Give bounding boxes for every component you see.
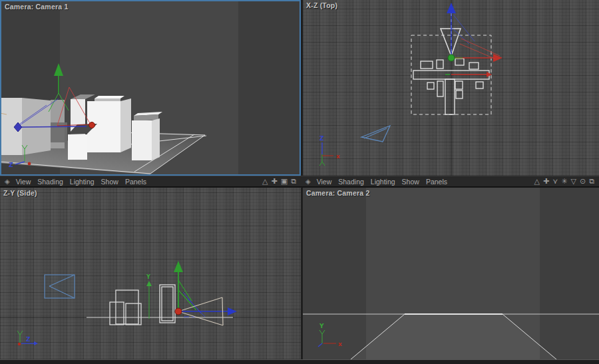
panel-menu-icon[interactable]: ◈ [5,178,10,185]
viewport-side[interactable]: Z-Y (Side) Y [0,187,301,359]
viewport-side-label: Z-Y (Side) [3,189,37,197]
side-scene: Y [0,188,301,359]
circle-dot-icon[interactable]: ⊙ [580,178,586,185]
top-camera-manipulator [441,3,502,77]
svg-text:Z: Z [319,135,324,142]
menu-shading[interactable]: Shading [338,178,364,186]
top-scene: Z x [303,0,599,176]
side-camera2-icon [45,275,75,298]
svg-text:Y: Y [146,274,150,280]
camera1-scene: Z [1,1,300,174]
move-tool-icon[interactable]: ✚ [543,178,549,185]
side-axis-indicator: Z [17,331,38,345]
svg-text:Y: Y [319,323,324,329]
top-camera2-icon [361,126,390,142]
viewport-top-label: X-Z (Top) [306,1,337,9]
menu-panels[interactable]: Panels [426,178,447,186]
menu-view[interactable]: View [317,178,332,186]
burst-icon[interactable]: ✳ [561,178,567,185]
light-cone-icon[interactable]: ▽ [570,178,576,185]
3d-app-window: Camera: Camera 1 [0,0,599,364]
warning-triangle-icon[interactable]: △ [534,178,539,185]
frame-view-icon[interactable]: ▣ [281,178,288,185]
warning-triangle-icon[interactable]: △ [262,178,268,185]
menu-lighting[interactable]: Lighting [371,178,395,186]
menu-panels[interactable]: Panels [125,178,146,186]
isolate-select-icon[interactable]: ⋎ [552,178,558,185]
menu-view[interactable]: View [16,178,31,186]
viewport-camera2-label: Camera: Camera 2 [306,189,369,197]
svg-text:Z: Z [26,336,31,343]
side-wireframe-buildings [110,285,175,325]
svg-text:x: x [338,341,342,347]
viewport-camera1[interactable]: Camera: Camera 1 [0,0,301,176]
svg-text:Z: Z [9,162,13,168]
menu-lighting[interactable]: Lighting [70,178,95,186]
menu-show[interactable]: Show [402,178,419,186]
panel-menubar-right: ◈ View Shading Lighting Show Panels △ ✚ … [301,176,599,187]
layout-grid-icon[interactable]: ⧉ [589,178,594,185]
move-tool-icon[interactable]: ✚ [272,178,278,185]
viewport-camera1-label: Camera: Camera 1 [5,3,68,11]
bottom-bar [0,359,599,364]
top-axis-indicator: Z x [319,135,340,166]
panel-menu-icon[interactable]: ◈ [305,178,311,185]
layout-grid-icon[interactable]: ⧉ [291,178,296,185]
viewport-camera2[interactable]: Camera: Camera 2 Y x [301,187,599,359]
viewport-top[interactable]: X-Z (Top) [301,0,599,176]
menu-shading[interactable]: Shading [37,178,63,186]
camera2-scene: Y x [303,188,599,359]
panel-menubar-left: ◈ View Shading Lighting Show Panels △ ✚ … [0,176,301,187]
svg-text:x: x [336,153,340,160]
menu-show[interactable]: Show [101,178,118,186]
